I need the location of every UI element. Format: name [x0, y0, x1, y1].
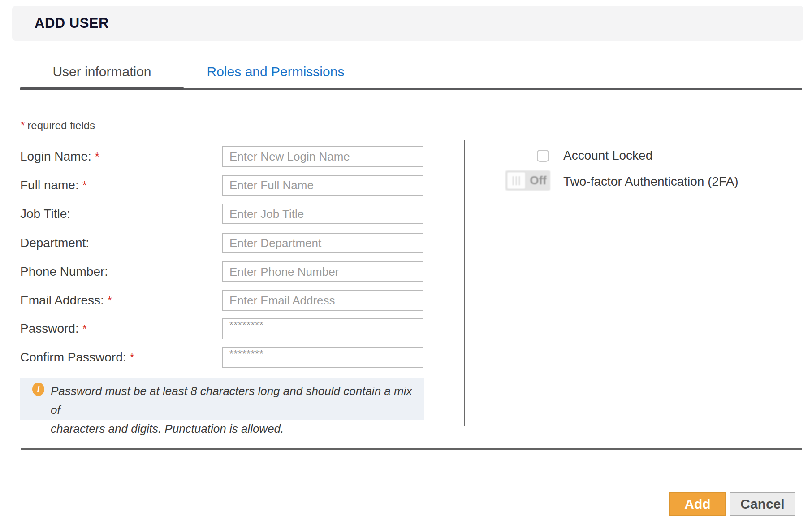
form-row-job-title: Job Title:: [20, 204, 423, 224]
tab-user-information[interactable]: User information: [20, 57, 184, 86]
vertical-divider: [464, 140, 465, 426]
password-info-line1: Password must be at least 8 characters l…: [51, 382, 424, 419]
email-address-label: Email Address:*: [20, 293, 112, 308]
email-address-input[interactable]: [222, 290, 423, 311]
department-label: Department:: [20, 236, 89, 250]
phone-number-label: Phone Number:: [20, 265, 108, 279]
required-asterisk: *: [82, 322, 87, 335]
required-asterisk: *: [108, 294, 112, 307]
password-input[interactable]: [222, 318, 423, 339]
full-name-input[interactable]: [222, 175, 423, 196]
job-title-input[interactable]: [222, 204, 423, 224]
department-input[interactable]: [222, 233, 423, 253]
toggle-handle-icon: [507, 172, 526, 189]
form-row-password: Password:*: [20, 318, 423, 339]
form-row-confirm-password: Confirm Password:*: [20, 347, 423, 368]
two-factor-label: Two-factor Authentication (2FA): [563, 174, 739, 189]
tab-user-information-label: User information: [52, 64, 151, 79]
password-info-text: Password must be at least 8 characters l…: [51, 382, 424, 438]
tab-roles-permissions[interactable]: Roles and Permissions: [188, 57, 363, 86]
required-asterisk: *: [82, 178, 87, 192]
form-row-email-address: Email Address:*: [20, 290, 423, 311]
info-icon: i: [32, 383, 44, 396]
confirm-password-input[interactable]: [222, 347, 423, 368]
password-info-box: i Password must be at least 8 characters…: [20, 378, 424, 420]
account-locked-label: Account Locked: [563, 148, 652, 163]
required-asterisk: *: [95, 150, 99, 163]
two-factor-toggle[interactable]: Off: [505, 170, 550, 191]
login-name-input[interactable]: [222, 146, 423, 167]
required-fields-text: required fields: [27, 119, 95, 131]
required-fields-note: *required fields: [21, 119, 95, 132]
page-header: ADD USER: [12, 6, 803, 41]
cancel-button[interactable]: Cancel: [730, 492, 795, 516]
tab-roles-permissions-label: Roles and Permissions: [207, 64, 345, 79]
full-name-label: Full name:*: [20, 178, 87, 192]
form-row-phone-number: Phone Number:: [20, 261, 423, 282]
add-button[interactable]: Add: [669, 492, 726, 516]
required-asterisk: *: [130, 351, 134, 364]
confirm-password-label: Confirm Password:*: [20, 350, 134, 365]
active-tab-underline: [20, 87, 184, 90]
form-row-full-name: Full name:*: [20, 175, 423, 196]
account-locked-checkbox[interactable]: [537, 150, 549, 162]
two-factor-toggle-state: Off: [527, 170, 549, 191]
password-info-line2: characters and digits. Punctuation is al…: [51, 419, 424, 438]
page-title: ADD USER: [35, 15, 109, 31]
form-row-department: Department:: [20, 233, 423, 253]
login-name-label: Login Name:*: [20, 149, 99, 164]
form-row-login-name: Login Name:*: [20, 146, 423, 167]
job-title-label: Job Title:: [20, 207, 70, 221]
phone-number-input[interactable]: [222, 261, 423, 282]
required-asterisk: *: [21, 119, 25, 131]
bottom-divider: [21, 448, 802, 450]
password-label: Password:*: [20, 322, 87, 336]
